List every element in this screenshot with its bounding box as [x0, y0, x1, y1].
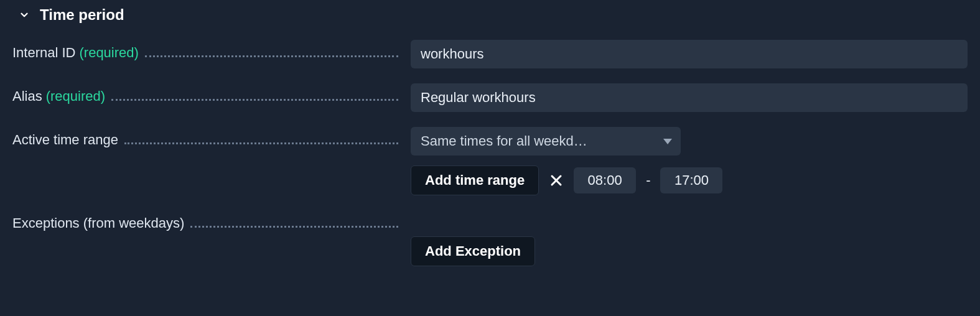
- add-exception-button[interactable]: Add Exception: [411, 236, 535, 266]
- section-title: Time period: [40, 6, 124, 24]
- time-from-input[interactable]: 08:00: [574, 167, 636, 193]
- row-exceptions: Exceptions (from weekdays) Add Exception: [12, 210, 968, 266]
- dotted-leader: [111, 90, 398, 103]
- label-internal-id: Internal ID (required): [12, 40, 398, 61]
- triangle-down-icon: [663, 139, 672, 144]
- active-time-range-select[interactable]: Same times for all weekd…: [411, 127, 681, 156]
- row-alias: Alias (required): [12, 83, 968, 112]
- section-header[interactable]: Time period: [12, 6, 968, 24]
- label-text: Internal ID: [12, 45, 76, 61]
- dotted-leader: [124, 133, 398, 147]
- time-to-input[interactable]: 17:00: [660, 167, 722, 193]
- label-active-time-range: Active time range: [12, 127, 398, 148]
- alias-input[interactable]: [411, 83, 968, 112]
- time-separator: -: [645, 172, 651, 188]
- add-time-range-button[interactable]: Add time range: [411, 165, 539, 195]
- label-text: Exceptions (from weekdays): [12, 215, 184, 231]
- chevron-down-icon: [17, 8, 31, 22]
- required-badge: (required): [80, 45, 139, 61]
- row-internal-id: Internal ID (required): [12, 40, 968, 68]
- required-badge: (required): [46, 88, 105, 105]
- label-alias: Alias (required): [12, 83, 398, 105]
- time-range-controls: Add time range 08:00 - 17:00: [411, 165, 968, 195]
- row-active-time-range: Active time range Same times for all wee…: [12, 127, 968, 195]
- dotted-leader: [190, 216, 398, 230]
- dotted-leader: [145, 46, 398, 60]
- label-text: Alias: [12, 88, 42, 105]
- label-exceptions: Exceptions (from weekdays): [12, 210, 398, 231]
- remove-time-range-icon[interactable]: [548, 172, 565, 189]
- time-period-panel: Time period Internal ID (required) Alias…: [0, 0, 980, 294]
- select-display-text: Same times for all weekd…: [421, 133, 656, 149]
- internal-id-input[interactable]: [411, 40, 968, 68]
- label-text: Active time range: [12, 132, 118, 148]
